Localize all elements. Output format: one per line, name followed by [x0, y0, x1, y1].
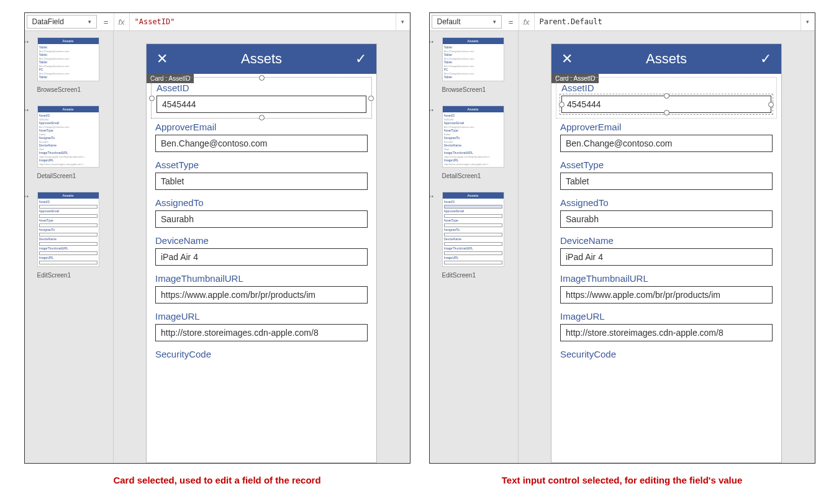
form-title: Assets [573, 51, 760, 67]
card-securitycode[interactable]: SecurityCode [560, 349, 773, 359]
chevron-down-icon: ▾ [88, 19, 91, 25]
field-label: SecurityCode [155, 349, 368, 359]
close-icon[interactable]: ✕ [561, 51, 573, 67]
caption-right: Text input control selected, for editing… [502, 475, 743, 485]
field-label: DeviceName [155, 235, 368, 246]
field-input[interactable]: iPad Air 4 [155, 248, 368, 266]
card-assignedto[interactable]: AssignedTo Saurabh [155, 197, 368, 228]
card-devicename[interactable]: DeviceName iPad Air 4 [155, 235, 368, 266]
equals-label: = [504, 13, 519, 30]
field-label: SecurityCode [560, 349, 773, 359]
left-panel: DataField ▾ = fx "AssetID" ▾ ••• Assets … [24, 12, 410, 464]
card-imagethumbnailurl[interactable]: ImageThumbnailURL https://www.apple.com/… [560, 273, 773, 304]
field-label: AssetID [561, 83, 771, 93]
fx-icon: fx [519, 13, 535, 30]
field-input[interactable]: Ben.Change@contoso.com [560, 135, 773, 152]
field-label: ApproverEmail [560, 122, 773, 132]
formula-dropdown[interactable]: ▾ [396, 13, 410, 30]
thumb-label-browse: BrowseScreen1 [37, 86, 109, 93]
field-label: ImageURL [560, 311, 773, 322]
more-icon[interactable]: ••• [25, 193, 30, 200]
card-imageurl[interactable]: ImageURL http://store.storeimages.cdn-ap… [155, 311, 368, 341]
form-header: ✕ Assets ✓ Card : AssetID [551, 44, 781, 74]
form-title: Assets [168, 51, 355, 67]
property-dropdown[interactable]: DataField ▾ [27, 15, 97, 29]
thumb-detail[interactable]: Assets AssetID4545444 ApproverEmailBen.C… [37, 106, 99, 168]
field-label: ApproverEmail [155, 122, 368, 132]
more-icon[interactable]: ••• [25, 107, 30, 114]
card-approveremail[interactable]: ApproverEmail Ben.Change@contoso.com [155, 122, 368, 152]
field-input[interactable]: Saurabh [560, 210, 773, 228]
field-label: AssetID [156, 83, 366, 93]
property-dropdown[interactable]: Default ▾ [432, 15, 502, 29]
card-imagethumbnailurl[interactable]: ImageThumbnailURL https://www.apple.com/… [155, 273, 368, 304]
card-assetid[interactable]: AssetID 4545444 [560, 81, 773, 114]
more-icon[interactable]: ••• [430, 107, 435, 114]
field-label: ImageThumbnailURL [560, 273, 773, 284]
card-imageurl[interactable]: ImageURL http://store.storeimages.cdn-ap… [560, 311, 773, 341]
design-canvas[interactable]: ✕ Assets ✓ Card : AssetID AssetID 454544… [518, 31, 815, 463]
property-name: Default [437, 17, 461, 26]
card-securitycode[interactable]: SecurityCode [155, 349, 368, 359]
thumb-browse[interactable]: Assets TabletBen.Change@contoso.com Tabl… [442, 37, 504, 81]
field-label: DeviceName [560, 235, 773, 246]
fx-icon: fx [114, 13, 130, 30]
card-assignedto[interactable]: AssignedTo Saurabh [560, 197, 773, 228]
phone-preview: ✕ Assets ✓ Card : AssetID AssetID 454544… [146, 43, 377, 463]
more-icon[interactable]: ••• [430, 193, 435, 200]
thumb-browse[interactable]: Assets TabletBen.Change@contoso.com Tabl… [37, 37, 99, 81]
field-input[interactable]: https://www.apple.com/br/pr/products/im [155, 286, 368, 304]
thumb-label-edit: EditScreen1 [442, 272, 514, 279]
formula-input[interactable]: "AssetID" [130, 13, 396, 30]
caption-left: Card selected, used to edit a field of t… [113, 475, 320, 485]
thumb-label-browse: BrowseScreen1 [442, 86, 514, 93]
property-name: DataField [32, 17, 64, 26]
thumb-edit[interactable]: Assets AssetID ApproverEmail AssetType A… [37, 192, 99, 267]
field-input[interactable]: 4545444 [156, 96, 366, 113]
card-devicename[interactable]: DeviceName iPad Air 4 [560, 235, 773, 266]
card-assetid[interactable]: AssetID 4545444 [155, 81, 368, 114]
card-approveremail[interactable]: ApproverEmail Ben.Change@contoso.com [560, 122, 773, 152]
chevron-down-icon: ▾ [493, 19, 496, 25]
formula-input[interactable]: Parent.Default [535, 13, 800, 30]
field-input[interactable]: iPad Air 4 [560, 248, 773, 266]
field-label: ImageThumbnailURL [155, 273, 368, 284]
field-input[interactable]: http://store.storeimages.cdn-apple.com/8 [155, 324, 368, 341]
screen-thumbnails: ••• Assets TabletBen.Change@contoso.com … [430, 31, 518, 463]
field-label: ImageURL [155, 311, 368, 322]
card-assettype[interactable]: AssetType Tablet [560, 160, 773, 190]
field-label: AssignedTo [560, 197, 773, 208]
thumb-label-edit: EditScreen1 [37, 272, 109, 279]
close-icon[interactable]: ✕ [156, 51, 168, 67]
thumb-label-detail: DetailScreen1 [442, 173, 514, 179]
equals-label: = [99, 13, 114, 30]
formula-dropdown[interactable]: ▾ [800, 13, 815, 30]
field-input[interactable]: Saurabh [155, 210, 368, 228]
field-input[interactable]: Tablet [560, 173, 773, 190]
phone-preview: ✕ Assets ✓ Card : AssetID AssetID 454544… [551, 43, 782, 463]
field-input[interactable]: http://store.storeimages.cdn-apple.com/8 [560, 324, 773, 341]
field-input[interactable]: Ben.Change@contoso.com [155, 135, 368, 152]
field-label: AssignedTo [155, 197, 368, 208]
check-icon[interactable]: ✓ [355, 51, 366, 67]
more-icon[interactable]: ••• [25, 38, 30, 45]
field-input[interactable]: https://www.apple.com/br/pr/products/im [560, 286, 773, 304]
thumb-label-detail: DetailScreen1 [37, 173, 109, 179]
screen-thumbnails: ••• Assets TabletBen.Change@contoso.com … [25, 31, 113, 463]
more-icon[interactable]: ••• [430, 38, 435, 45]
design-canvas[interactable]: ✕ Assets ✓ Card : AssetID AssetID 454544… [113, 31, 410, 463]
thumb-edit[interactable]: Assets AssetID ApproverEmail AssetType A… [442, 192, 504, 267]
thumb-detail[interactable]: Assets AssetID4545444 ApproverEmailBen.C… [442, 106, 504, 168]
field-label: AssetType [155, 160, 368, 170]
formula-bar: Default ▾ = fx Parent.Default ▾ [430, 13, 815, 31]
formula-bar: DataField ▾ = fx "AssetID" ▾ [25, 13, 410, 31]
card-assettype[interactable]: AssetType Tablet [155, 160, 368, 190]
right-panel: Default ▾ = fx Parent.Default ▾ ••• Asse… [429, 12, 815, 464]
field-input[interactable]: Tablet [155, 173, 368, 190]
check-icon[interactable]: ✓ [760, 51, 771, 67]
form-header: ✕ Assets ✓ Card : AssetID [147, 44, 376, 74]
field-label: AssetType [560, 160, 773, 170]
